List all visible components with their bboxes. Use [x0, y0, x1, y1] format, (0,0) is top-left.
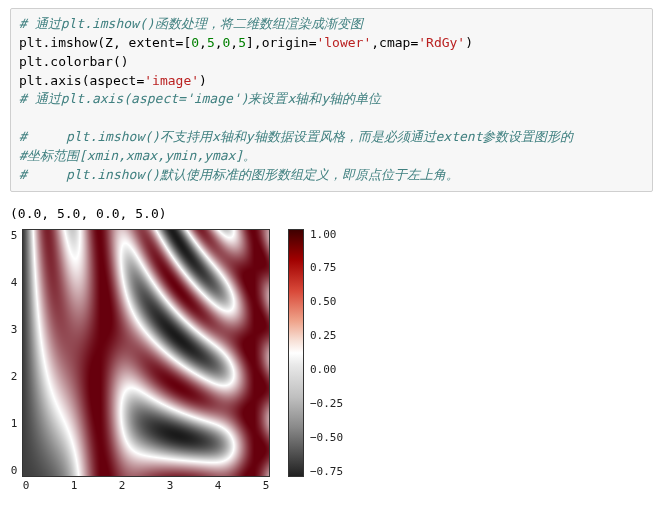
colorbar-gradient: [288, 229, 304, 477]
x-tick: 2: [118, 479, 126, 492]
y-tick: 2: [10, 370, 18, 383]
x-tick: 3: [166, 479, 174, 492]
colorbar-tick: 0.25: [310, 330, 343, 341]
colorbar-tick: −0.25: [310, 398, 343, 409]
code-line: # 通过plt.imshow()函数处理，将二维数组渲染成渐变图: [19, 15, 644, 34]
heatmap-canvas: [23, 230, 269, 476]
code-comment: #坐标范围[xmin,xmax,ymin,ymax]。: [19, 148, 256, 163]
axes-with-yticks: 543210 012345: [10, 229, 270, 492]
y-tick: 1: [10, 417, 18, 430]
code-line: #坐标范围[xmin,xmax,ymin,ymax]。: [19, 147, 644, 166]
code-line: # plt.inshow()默认使用标准的图形数组定义，即原点位于左上角。: [19, 166, 644, 185]
colorbar-tick: −0.75: [310, 466, 343, 477]
colorbar-tick: 0.75: [310, 262, 343, 273]
y-tick: 4: [10, 276, 18, 289]
code-comment: # 通过plt.axis(aspect='image')来设置x轴和y轴的单位: [19, 91, 381, 106]
y-tick: 5: [10, 229, 18, 242]
code-cell: # 通过plt.imshow()函数处理，将二维数组渲染成渐变图plt.imsh…: [10, 8, 653, 192]
code-comment: # plt.inshow()默认使用标准的图形数组定义，即原点位于左上角。: [19, 167, 459, 182]
y-tick: 0: [10, 464, 18, 477]
colorbar-tick: 0.50: [310, 296, 343, 307]
x-tick: 1: [70, 479, 78, 492]
colorbar-tick: 0.00: [310, 364, 343, 375]
code-comment: # plt.imshow()不支持用x轴和y轴数据设置风格，而是必须通过exte…: [19, 129, 574, 144]
code-line: [19, 109, 644, 128]
y-tick-labels: 543210: [10, 229, 22, 477]
cell-output-text: (0.0, 5.0, 0.0, 5.0): [10, 206, 653, 221]
figure: 543210 012345 1.000.750.500.250.00−0.25−…: [10, 229, 653, 492]
colorbar: 1.000.750.500.250.00−0.25−0.50−0.75: [288, 229, 343, 477]
x-tick-labels: 012345: [22, 477, 270, 492]
code-line: plt.axis(aspect='image'): [19, 72, 644, 91]
colorbar-tick: 1.00: [310, 229, 343, 240]
code-line: plt.imshow(Z, extent=[0,5,0,5],origin='l…: [19, 34, 644, 53]
x-tick: 5: [262, 479, 270, 492]
code-line: # plt.imshow()不支持用x轴和y轴数据设置风格，而是必须通过exte…: [19, 128, 644, 147]
code-comment: # 通过plt.imshow()函数处理，将二维数组渲染成渐变图: [19, 16, 363, 31]
code-line: # 通过plt.axis(aspect='image')来设置x轴和y轴的单位: [19, 90, 644, 109]
x-tick: 4: [214, 479, 222, 492]
heatmap-axes: [22, 229, 270, 477]
colorbar-tick-labels: 1.000.750.500.250.00−0.25−0.50−0.75: [310, 229, 343, 477]
y-tick: 3: [10, 323, 18, 336]
colorbar-tick: −0.50: [310, 432, 343, 443]
code-line: plt.colorbar(): [19, 53, 644, 72]
x-tick: 0: [22, 479, 30, 492]
